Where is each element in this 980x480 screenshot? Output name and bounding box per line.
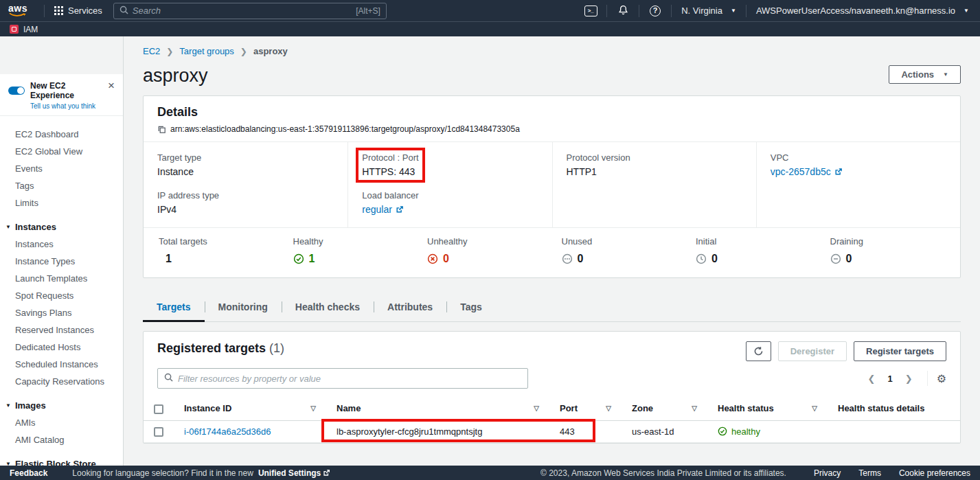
tab-targets[interactable]: Targets (143, 295, 205, 321)
registered-targets-count: (1) (269, 341, 284, 355)
tell-us-link[interactable]: Tell us what you think (30, 102, 106, 110)
col-header-name: Name (337, 403, 361, 413)
next-page-button[interactable]: ❯ (900, 372, 918, 385)
sort-icon[interactable]: ▽ (812, 404, 817, 412)
divider (746, 5, 747, 17)
global-search-input[interactable] (133, 5, 352, 16)
account-label: AWSPowerUserAccess/navaneeth.kn@harness.… (756, 5, 955, 16)
sort-icon[interactable]: ▽ (310, 404, 316, 412)
sort-icon[interactable]: ▽ (692, 404, 697, 412)
sidebar-item-events[interactable]: Events (0, 160, 123, 177)
stat-value: 0 (846, 253, 852, 265)
filter-input[interactable] (178, 374, 521, 384)
target-group-arn: arn:aws:elasticloadbalancing:us-east-1:3… (170, 124, 520, 134)
target-stats: Total targets 1 Healthy 1 Unhealthy 0 Un… (144, 228, 960, 277)
actions-button[interactable]: Actions ▼ (889, 65, 961, 84)
services-grid-icon (54, 6, 63, 15)
sidebar-item-reserved-instances[interactable]: Reserved Instances (0, 321, 123, 339)
terms-link[interactable]: Terms (858, 468, 881, 478)
sidebar-item-instance-types[interactable]: Instance Types (0, 253, 123, 270)
tab-health-checks[interactable]: Health checks (282, 295, 374, 321)
feedback-link[interactable]: Feedback (10, 468, 47, 478)
cloudshell-icon: >_ (584, 5, 597, 16)
tab-tags[interactable]: Tags (446, 295, 496, 321)
unified-settings-label: Unified Settings (258, 468, 321, 478)
load-balancer-link[interactable]: regular (362, 204, 538, 215)
table-settings-icon[interactable]: ⚙ (937, 372, 946, 385)
sort-icon[interactable]: ▽ (534, 404, 539, 412)
section-caret-icon: ▼ (5, 461, 11, 466)
field-label: VPC (771, 152, 946, 163)
field-label: Protocol : Port (362, 152, 428, 163)
tab-attributes[interactable]: Attributes (374, 295, 446, 321)
chevron-down-icon: ▼ (964, 8, 969, 14)
notifications-button[interactable] (614, 3, 632, 19)
sidebar-item-launch-templates[interactable]: Launch Templates (0, 270, 123, 287)
field-label: Target type (157, 152, 334, 163)
sidebar-item-savings-plans[interactable]: Savings Plans (0, 304, 123, 321)
sidebar-item-scheduled-instances[interactable]: Scheduled Instances (0, 356, 123, 373)
help-button[interactable]: ? (646, 3, 664, 19)
filter-box[interactable] (157, 368, 528, 389)
breadcrumb-ec2[interactable]: EC2 (143, 46, 160, 56)
cookie-preferences-link[interactable]: Cookie preferences (899, 468, 970, 478)
new-experience-toggle[interactable] (8, 87, 25, 95)
breadcrumb-target-groups[interactable]: Target groups (179, 46, 234, 56)
aws-logo-text: aws (8, 4, 27, 12)
field-value: HTTP1 (567, 166, 742, 177)
sidebar-item-instances[interactable]: Instances (0, 236, 123, 253)
divider (927, 371, 928, 386)
sidebar-section-images[interactable]: ▼ Images (0, 397, 123, 414)
privacy-link[interactable]: Privacy (814, 468, 841, 478)
sidebar-section-instances[interactable]: ▼ Instances (0, 218, 123, 236)
account-menu[interactable]: AWSPowerUserAccess/navaneeth.kn@harness.… (753, 5, 972, 16)
copyright-text: © 2023, Amazon Web Services India Privat… (540, 468, 786, 478)
cloudshell-button[interactable]: >_ (582, 3, 600, 19)
search-icon (164, 373, 173, 384)
sidebar-item-tags[interactable]: Tags (0, 177, 123, 194)
favorite-iam-link[interactable]: IAM (10, 25, 38, 34)
sidebar-item-limits[interactable]: Limits (0, 194, 123, 212)
select-all-checkbox[interactable] (154, 404, 163, 414)
link-label: regular (362, 204, 392, 215)
sort-icon[interactable]: ▽ (606, 404, 611, 412)
sidebar-item-amis[interactable]: AMIs (0, 414, 123, 431)
sidebar-item-ec2-global-view[interactable]: EC2 Global View (0, 143, 123, 160)
sidebar-item-ec2-dashboard[interactable]: EC2 Dashboard (0, 126, 123, 143)
previous-page-button[interactable]: ❮ (863, 372, 881, 385)
region-selector[interactable]: N. Virginia ▼ (679, 5, 739, 16)
x-circle-icon (427, 253, 438, 264)
question-icon: ? (650, 5, 661, 16)
sidebar-section-ebs[interactable]: ▼ Elastic Block Store (0, 455, 123, 466)
sidebar-item-ami-catalog[interactable]: AMI Catalog (0, 431, 123, 448)
search-shortcut-hint: [Alt+S] (356, 6, 380, 16)
breadcrumb-current: asproxy (253, 46, 288, 56)
field-label: Protocol version (567, 152, 742, 163)
section-label: Instances (15, 222, 56, 232)
sidebar-item-dedicated-hosts[interactable]: Dedicated Hosts (0, 339, 123, 356)
link-label: vpc-2657db5c (771, 166, 831, 177)
check-circle-icon (718, 426, 727, 436)
instance-id-link[interactable]: i-06f1744a6a25d36d6 (184, 426, 271, 437)
global-search-box[interactable]: [Alt+S] (113, 3, 387, 19)
register-targets-button[interactable]: Register targets (854, 341, 946, 361)
stat-total-targets: Total targets 1 (149, 236, 284, 265)
unified-settings-link[interactable]: Unified Settings (258, 468, 330, 478)
close-icon[interactable]: × (106, 81, 116, 91)
sidebar-item-spot-requests[interactable]: Spot Requests (0, 287, 123, 304)
row-checkbox[interactable] (154, 427, 163, 437)
actions-label: Actions (901, 69, 934, 80)
stat-unused: Unused 0 (552, 236, 687, 265)
breadcrumb: EC2 ❯ Target groups ❯ asproxy (143, 46, 961, 56)
tab-monitoring[interactable]: Monitoring (205, 295, 282, 321)
stat-value: 1 (309, 253, 315, 265)
aws-logo[interactable]: aws (8, 4, 27, 17)
stat-label: Unused (562, 236, 687, 247)
deregister-button[interactable]: Deregister (778, 341, 847, 361)
current-page-number[interactable]: 1 (884, 372, 897, 385)
vpc-link[interactable]: vpc-2657db5c (771, 166, 946, 177)
copy-icon[interactable] (157, 125, 166, 134)
services-menu-button[interactable]: Services (52, 5, 105, 16)
sidebar-item-capacity-reservations[interactable]: Capacity Reservations (0, 373, 123, 390)
refresh-button[interactable] (746, 341, 771, 361)
